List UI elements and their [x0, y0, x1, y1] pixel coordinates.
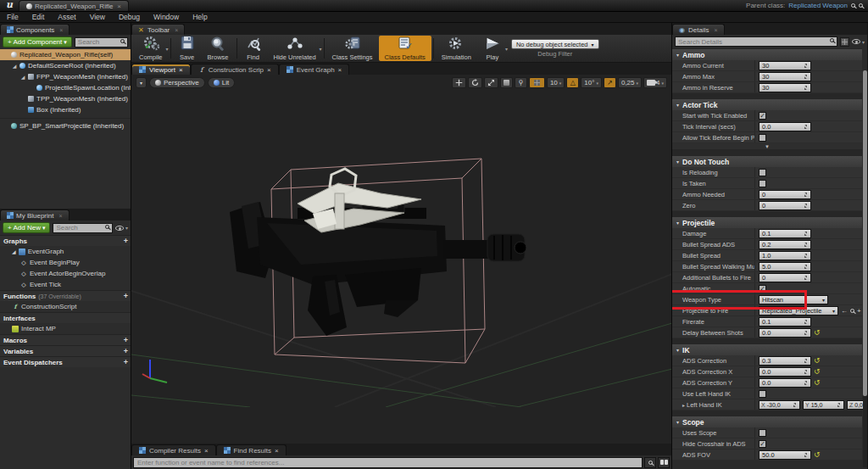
search-button[interactable]: [644, 457, 656, 468]
revert-icon[interactable]: ↺: [814, 357, 821, 365]
close-icon[interactable]: ×: [267, 66, 271, 74]
checkbox[interactable]: [759, 390, 766, 398]
section-header-ammo[interactable]: ▾Ammo: [672, 48, 862, 60]
revert-icon[interactable]: ↺: [814, 329, 821, 337]
drag-handle-icon[interactable]: [803, 242, 810, 248]
drag-handle-icon[interactable]: [803, 358, 810, 365]
grid-snap-value-button[interactable]: 10▾: [547, 77, 565, 88]
close-icon[interactable]: ×: [204, 447, 209, 455]
vector-field-y[interactable]: Y15,0: [803, 400, 844, 410]
section-header-ik[interactable]: ▾IK: [672, 343, 862, 355]
tab-event-graph[interactable]: Event Graph×: [279, 64, 350, 75]
drag-handle-icon[interactable]: [792, 402, 798, 409]
close-icon[interactable]: ×: [175, 27, 178, 33]
toolbar-find-button[interactable]: Find: [239, 36, 268, 61]
number-field[interactable]: 50.0: [759, 450, 811, 460]
chevron-down-icon[interactable]: ▾: [320, 46, 322, 52]
drag-handle-icon[interactable]: [803, 264, 810, 271]
component-projectilespawnlocation-inherited[interactable]: ProjectileSpawnLocation (Inherited): [0, 82, 131, 93]
checkbox[interactable]: [759, 134, 766, 142]
section-graphs[interactable]: Graphs+: [0, 235, 131, 246]
add-icon[interactable]: +: [124, 336, 128, 344]
checkbox[interactable]: [759, 169, 766, 176]
section-macros[interactable]: Macros+: [0, 334, 131, 345]
number-field[interactable]: 0.2: [759, 240, 811, 249]
component-fpp-weaponmesh-inherited[interactable]: ◢FPP_WeaponMesh (Inherited): [0, 71, 131, 82]
chevron-down-icon[interactable]: ▾: [505, 46, 508, 52]
section-header-scope[interactable]: ▾Scope: [672, 416, 862, 427]
menu-window[interactable]: Window: [147, 13, 186, 21]
drag-handle-icon[interactable]: [803, 319, 810, 326]
drag-handle-icon[interactable]: [803, 74, 810, 81]
viewport-3d[interactable]: ▾ Perspective Lit: [131, 75, 671, 444]
translate-tool-button[interactable]: [452, 77, 466, 88]
number-field[interactable]: 0: [759, 273, 811, 282]
drag-handle-icon[interactable]: [803, 380, 810, 387]
menu-help[interactable]: Help: [186, 13, 214, 21]
expander-arrow-icon[interactable]: ◢: [20, 74, 25, 80]
drag-handle-icon[interactable]: [803, 203, 810, 209]
tab-find-results[interactable]: Find Results×: [216, 444, 287, 455]
scale-snap-value-button[interactable]: 0,25▾: [618, 77, 642, 88]
menu-asset[interactable]: Asset: [51, 13, 82, 21]
close-icon[interactable]: ×: [338, 66, 342, 74]
section-header-projectile[interactable]: ▾Projectile: [672, 216, 862, 228]
use-selected-icon[interactable]: ←: [841, 307, 848, 315]
close-icon[interactable]: ×: [179, 66, 183, 74]
tab-toolbar[interactable]: ✕ Toolbar ×: [131, 24, 185, 35]
menu-file[interactable]: File: [0, 13, 25, 21]
tab-construction-scrip[interactable]: fConstruction Scrip×: [191, 64, 279, 75]
number-field[interactable]: 0.3: [759, 356, 811, 366]
viewport-options-button[interactable]: ▾: [136, 77, 147, 88]
revert-icon[interactable]: ↺: [814, 368, 821, 376]
tab-my-blueprint[interactable]: My Blueprint ×: [0, 209, 70, 221]
vector-field-x[interactable]: X-30,0: [759, 400, 800, 410]
menu-view[interactable]: View: [83, 13, 112, 21]
drag-handle-icon[interactable]: [803, 369, 810, 376]
component-box-inherited[interactable]: Box (Inherited): [0, 104, 131, 115]
number-field[interactable]: 0: [759, 190, 811, 199]
parent-class-link[interactable]: Replicated Weapon: [788, 2, 848, 9]
drag-handle-icon[interactable]: [803, 192, 810, 198]
section-variables[interactable]: Variables+: [0, 345, 131, 356]
number-field[interactable]: 0.0: [759, 367, 811, 377]
bp-item-event-beginplay[interactable]: ◇Event BeginPlay: [0, 257, 131, 268]
coordinate-system-button[interactable]: [500, 77, 513, 88]
number-field[interactable]: 0.0: [759, 378, 811, 388]
drag-handle-icon[interactable]: [803, 124, 810, 131]
toolbar-compile-button[interactable]: ✓Compile▾: [133, 36, 169, 61]
add-icon[interactable]: +: [124, 358, 128, 366]
number-field[interactable]: 1.0: [759, 251, 811, 260]
revert-icon[interactable]: ↺: [814, 379, 821, 387]
asset-dropdown[interactable]: Replicated_Projectile▾: [759, 306, 838, 315]
number-field[interactable]: 30: [759, 83, 811, 92]
add-component-button[interactable]: + Add Component▾: [3, 36, 72, 47]
grid-snap-toggle[interactable]: [529, 77, 545, 88]
checkbox[interactable]: ✓: [759, 285, 766, 293]
close-icon[interactable]: ×: [117, 3, 121, 10]
component-tpp-weaponmesh-inherited[interactable]: TPP_WeaponMesh (Inherited): [0, 93, 131, 104]
number-field[interactable]: 0.0: [759, 328, 811, 338]
number-field[interactable]: 30: [759, 72, 811, 81]
camera-speed-button[interactable]: 4▾: [643, 77, 667, 88]
menu-edit[interactable]: Edit: [25, 13, 52, 21]
tab-compiler-results[interactable]: Compiler Results×: [131, 444, 216, 455]
add-icon[interactable]: +: [857, 307, 861, 315]
number-field[interactable]: 0.1: [759, 317, 811, 327]
close-icon[interactable]: ×: [59, 27, 63, 33]
number-field[interactable]: 5.0: [759, 262, 811, 271]
add-icon[interactable]: +: [124, 292, 128, 300]
bp-item-constructionscript[interactable]: fConstructionScript: [0, 301, 131, 312]
scrollbar-thumb[interactable]: [863, 70, 867, 396]
section-expander[interactable]: ▼: [672, 143, 862, 150]
section-interfaces[interactable]: Interfaces: [0, 312, 131, 323]
add-icon[interactable]: +: [124, 237, 128, 245]
weapon-type-dropdown[interactable]: Hitscan▾: [759, 295, 828, 304]
find-in-blueprints-button[interactable]: [658, 457, 670, 468]
expander-arrow-icon[interactable]: ◢: [12, 63, 17, 69]
visibility-filter-button[interactable]: ▾: [115, 225, 128, 231]
rotation-snap-toggle[interactable]: △: [566, 77, 579, 88]
number-field[interactable]: 0.0: [759, 122, 811, 131]
asset-tab[interactable]: Replicated_Weapon_Rifle ×: [19, 0, 129, 11]
section-header-actor-tick[interactable]: ▾Actor Tick: [672, 98, 862, 110]
